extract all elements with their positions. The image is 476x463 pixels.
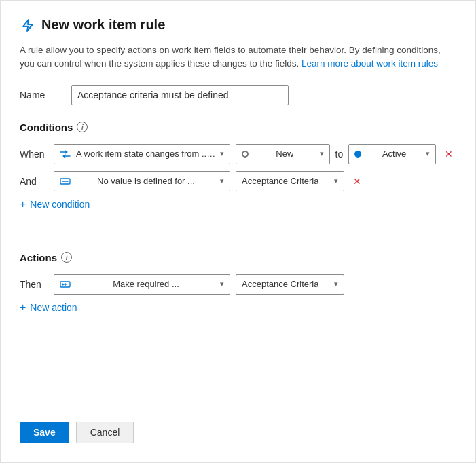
when-row: When A work item state changes from ... … [20, 144, 456, 164]
then-action-select[interactable]: Make required ... ▾ [54, 274, 230, 295]
from-state-chevron: ▾ [320, 149, 324, 158]
and-field-text: Acceptance Criteria [242, 176, 318, 186]
new-condition-button[interactable]: + New condition [20, 198, 90, 210]
make-required-icon [60, 280, 71, 289]
name-section: Name [20, 85, 456, 105]
learn-more-link[interactable]: Learn more about work item rules [301, 58, 438, 69]
then-field-text: Acceptance Criteria [242, 279, 318, 289]
then-row: Then Make required ... ▾ Acceptance Crit… [20, 274, 456, 295]
and-condition-chevron: ▾ [220, 177, 224, 185]
save-button[interactable]: Save [20, 422, 69, 443]
and-field-select[interactable]: Acceptance Criteria ▾ [236, 171, 344, 191]
page-header: New work item rule [20, 17, 456, 33]
svg-point-3 [62, 283, 64, 285]
lightning-icon [20, 18, 35, 33]
to-state-chevron: ▾ [426, 149, 430, 158]
and-label: And [20, 176, 48, 187]
page-container: New work item rule A rule allow you to s… [0, 0, 476, 463]
name-label: Name [20, 86, 60, 100]
then-action-chevron: ▾ [220, 280, 224, 289]
then-action-text: Make required ... [113, 279, 179, 289]
plus-icon: + [20, 198, 26, 210]
to-state-text: Active [382, 149, 406, 159]
new-action-plus-icon: + [20, 301, 26, 314]
new-dot-icon [242, 151, 249, 158]
when-condition-chevron: ▾ [220, 149, 224, 158]
new-action-button[interactable]: + New action [20, 301, 77, 314]
to-state-select[interactable]: Active ▾ [348, 144, 436, 164]
arrows-icon [60, 149, 71, 159]
cancel-button[interactable]: Cancel [76, 422, 134, 443]
and-row-remove-button[interactable]: ✕ [350, 174, 365, 189]
then-field-select[interactable]: Acceptance Criteria ▾ [236, 274, 344, 295]
when-condition-select[interactable]: A work item state changes from ... to ..… [54, 144, 230, 164]
when-condition-text: A work item state changes from ... to ..… [76, 149, 216, 159]
and-condition-text: No value is defined for ... [97, 176, 195, 186]
when-row-remove-button[interactable]: ✕ [441, 147, 456, 162]
divider [20, 238, 456, 238]
new-condition-label: New condition [30, 199, 90, 210]
actions-section: Actions i Then Make required ... ▾ [20, 252, 456, 314]
conditions-info-icon[interactable]: i [77, 122, 88, 132]
and-row: And No value is defined for ... ▾ Accept… [20, 171, 456, 191]
description-text: A rule allow you to specify actions on w… [20, 43, 456, 71]
actions-title: Actions i [20, 252, 456, 263]
when-label: When [20, 149, 48, 160]
conditions-section: Conditions i When A work item state chan… [20, 122, 456, 210]
active-dot-icon [354, 151, 361, 158]
and-field-chevron: ▾ [334, 177, 338, 185]
actions-info-icon[interactable]: i [61, 252, 72, 263]
to-label: to [335, 149, 344, 160]
from-state-text: New [276, 149, 293, 159]
footer: Save Cancel [20, 416, 456, 443]
new-action-label: New action [30, 302, 77, 313]
from-state-select[interactable]: New ▾ [236, 144, 330, 164]
conditions-title: Conditions i [20, 122, 456, 133]
and-condition-select[interactable]: No value is defined for ... ▾ [54, 171, 230, 191]
then-label: Then [20, 279, 48, 290]
novalue-icon [60, 177, 71, 186]
name-input[interactable] [71, 85, 289, 105]
page-title: New work item rule [41, 17, 165, 33]
then-field-chevron: ▾ [334, 280, 338, 289]
